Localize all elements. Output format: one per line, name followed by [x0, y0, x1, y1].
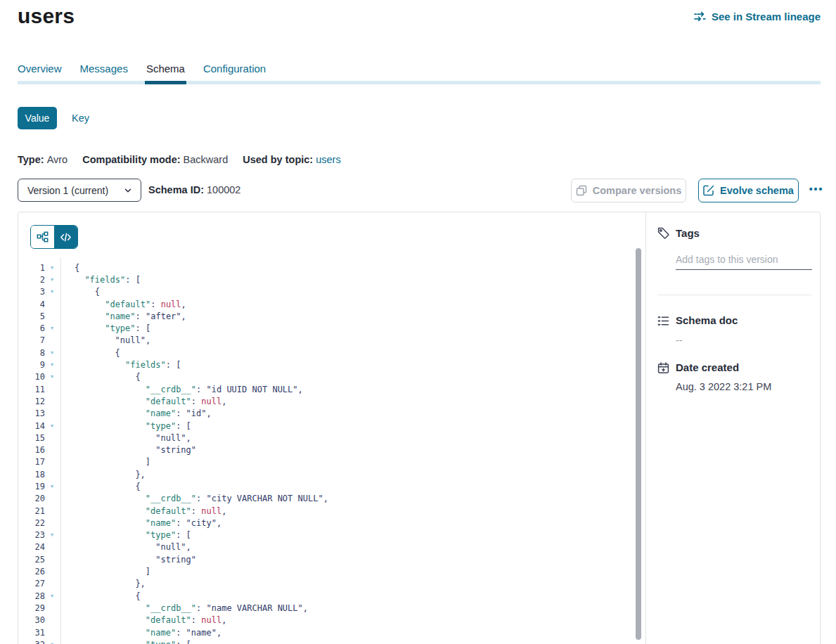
code-line: 14▼"type": [ [18, 420, 644, 432]
line-number: 7 [18, 335, 45, 345]
fold-arrow-icon[interactable]: ▼ [45, 277, 60, 283]
tab-messages[interactable]: Messages [80, 63, 128, 83]
code-text: "name": "city", [60, 518, 221, 528]
code-line: 2▼"fields": [ [18, 273, 644, 285]
meta-item: Type: Avro [18, 154, 67, 165]
code-text: { [60, 591, 141, 601]
line-number: 32 [18, 640, 45, 644]
code-view-icon [60, 231, 72, 243]
code-text: "default": null, [60, 506, 226, 516]
code-line: 4"default": null, [18, 298, 644, 310]
more-actions-button[interactable]: ••• [804, 177, 829, 201]
page-title: users [18, 4, 75, 28]
evolve-schema-button[interactable]: Evolve schema [698, 179, 799, 202]
fold-arrow-icon[interactable]: ▼ [45, 362, 60, 368]
version-select[interactable]: Version 1 (current) [18, 179, 141, 202]
fold-arrow-icon[interactable]: ▼ [45, 423, 60, 429]
schema-sidebar: Tags Schema doc -- Date created Aug. 3 2… [645, 212, 821, 644]
code-line: 30"default": null, [18, 614, 644, 626]
code-line: 19▼{ [18, 480, 644, 492]
meta-label: Compatibility mode: [82, 154, 183, 165]
line-number: 21 [18, 506, 45, 516]
stream-lineage-icon [694, 11, 707, 22]
view-toggle [30, 225, 78, 249]
code-line: 27}, [18, 578, 644, 590]
line-number: 2 [18, 275, 45, 285]
stream-lineage-label: See in Stream lineage [712, 11, 821, 22]
fold-arrow-icon[interactable]: ▼ [45, 593, 60, 599]
code-text: "type": [ [60, 640, 191, 644]
code-text: "default": null, [60, 300, 186, 309]
tab-bar: OverviewMessagesSchemaConfiguration [18, 63, 266, 83]
line-number: 26 [18, 567, 45, 577]
scrollbar-thumb[interactable] [636, 248, 641, 640]
meta-item: Compatibility mode: Backward [82, 154, 228, 165]
code-text: "__crdb__": "id UUID NOT NULL", [60, 385, 303, 394]
value-toggle-button[interactable]: Value [18, 107, 57, 129]
fold-arrow-icon[interactable]: ▼ [45, 484, 60, 489]
schema-id-label: Schema ID: [148, 184, 204, 195]
tab-configuration[interactable]: Configuration [203, 63, 266, 83]
tab-schema[interactable]: Schema [146, 63, 185, 83]
line-number: 14 [18, 421, 45, 431]
line-number: 11 [18, 385, 45, 394]
line-number: 4 [18, 300, 45, 309]
fold-arrow-icon[interactable]: ▼ [45, 532, 60, 538]
schema-meta: Type: AvroCompatibility mode: BackwardUs… [18, 154, 341, 165]
code-text: }, [60, 579, 146, 588]
code-line: 11"__crdb__": "id UUID NOT NULL", [18, 383, 644, 395]
code-view-button[interactable] [54, 226, 77, 248]
code-text: }, [60, 470, 146, 479]
code-line: 15"null", [18, 432, 644, 444]
code-text: ] [60, 457, 150, 467]
code-editor[interactable]: 1▼{2▼"fields": [3▼{4"default": null,5"na… [18, 262, 644, 644]
code-text: ] [60, 567, 150, 577]
line-number: 6 [18, 323, 45, 333]
code-line: 23▼"type": [ [18, 529, 644, 541]
sidebar-divider [657, 295, 812, 295]
tags-input[interactable] [676, 250, 812, 270]
code-text: "null", [60, 433, 191, 443]
fold-arrow-icon[interactable]: ▼ [45, 289, 60, 295]
tree-view-icon [37, 231, 49, 243]
code-line: 32▼"type": [ [18, 638, 644, 644]
code-text: { [60, 287, 100, 297]
key-toggle-link[interactable]: Key [72, 107, 89, 129]
tab-overview[interactable]: Overview [18, 63, 62, 83]
code-line: 9▼"fields": [ [18, 359, 644, 371]
line-number: 12 [18, 397, 45, 406]
topic-link[interactable]: users [316, 154, 340, 165]
code-line: 7"null", [18, 335, 644, 347]
code-text: "default": null, [60, 397, 226, 406]
schema-doc-icon [657, 315, 669, 327]
line-number: 8 [18, 348, 45, 358]
line-number: 28 [18, 591, 45, 601]
code-line: 22"name": "city", [18, 517, 644, 529]
fold-arrow-icon[interactable]: ▼ [45, 350, 60, 356]
fold-arrow-icon[interactable]: ▼ [45, 374, 60, 380]
code-text: "null", [60, 542, 191, 552]
line-number: 17 [18, 457, 45, 467]
tree-view-button[interactable] [31, 226, 54, 248]
line-number: 5 [18, 311, 45, 321]
meta-value: Backward [184, 154, 229, 165]
fold-arrow-icon[interactable]: ▼ [45, 265, 60, 271]
code-text: "fields": [ [60, 275, 141, 285]
code-text: "name": "name", [60, 628, 221, 638]
schema-id: Schema ID: 100002 [148, 179, 240, 202]
schema-doc-value: -- [676, 335, 683, 346]
code-line: 5"name": "after", [18, 310, 644, 322]
code-line: 17] [18, 456, 644, 468]
line-number: 23 [18, 530, 45, 540]
code-text: "string" [60, 555, 196, 565]
compare-versions-button[interactable]: Compare versions [571, 179, 686, 202]
line-number: 30 [18, 615, 45, 625]
fold-arrow-icon[interactable]: ▼ [45, 326, 60, 331]
meta-value: Avro [47, 154, 68, 165]
code-line: 24"null", [18, 541, 644, 553]
line-number: 20 [18, 494, 45, 503]
meta-label: Used by topic: [243, 154, 316, 165]
code-line: 18}, [18, 468, 644, 480]
code-text: "__crdb__": "city VARCHAR NOT NULL", [60, 494, 328, 503]
stream-lineage-link[interactable]: See in Stream lineage [694, 11, 821, 22]
